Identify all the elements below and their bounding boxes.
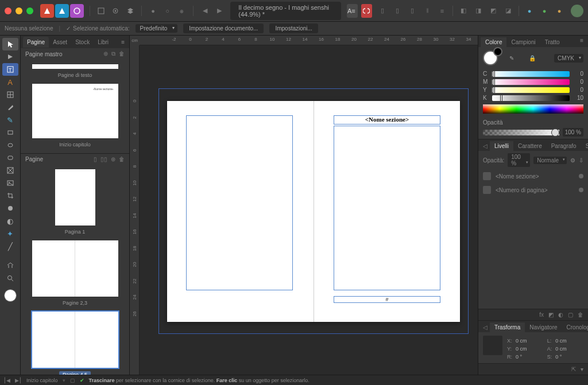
transform-s[interactable]: 0 °	[555, 354, 583, 360]
user-avatar[interactable]	[571, 5, 583, 17]
fill-tool[interactable]	[2, 202, 18, 215]
color-picker-tool[interactable]: ✦	[2, 227, 18, 240]
document-setup-button[interactable]: Impostazione documento...	[183, 24, 264, 33]
artistic-text-tool[interactable]: A	[2, 76, 18, 88]
gear-icon[interactable]	[110, 4, 121, 18]
delete-layer-icon[interactable]: 🗑	[578, 312, 583, 318]
color-well[interactable]	[4, 289, 17, 302]
affinity-publisher-icon[interactable]	[40, 4, 54, 18]
layers-icon[interactable]	[125, 4, 136, 18]
table-tool[interactable]	[2, 88, 18, 101]
nav-first-icon[interactable]: ⎮◀	[3, 378, 10, 383]
align-left-icon[interactable]: ▯	[376, 4, 389, 18]
ellipse-tool[interactable]	[2, 139, 18, 151]
tab-transform[interactable]: Trasforma	[490, 322, 525, 332]
tab-stroke[interactable]: Tratto	[540, 37, 564, 47]
arrange-4-icon[interactable]: ◪	[501, 4, 515, 18]
arrange-1-icon[interactable]: ◧	[457, 4, 470, 18]
nav-prev-icon[interactable]: ◀	[199, 4, 210, 18]
ruler-unit[interactable]: cm	[130, 36, 140, 45]
tab-layers[interactable]: Livelli	[490, 141, 513, 151]
add-master-icon[interactable]: ⊕	[103, 50, 108, 57]
distribute-h-icon[interactable]: ⫴	[420, 4, 434, 18]
tab-asset[interactable]: Asset	[49, 37, 71, 48]
pencil-tool[interactable]: ✎	[2, 114, 18, 126]
text-frame-tool[interactable]: T	[2, 63, 18, 76]
snapping-icon[interactable]	[361, 4, 372, 18]
delete-master-icon[interactable]: 🗑	[119, 50, 125, 57]
adjustment-icon[interactable]: ◐	[558, 312, 563, 318]
lock-icon[interactable]: 🔒	[529, 55, 536, 61]
align-center-icon[interactable]: ▯	[390, 4, 404, 18]
layer-item-pagenum[interactable]: <Numero di pagina>	[478, 183, 588, 197]
anchor-icon[interactable]: ⎈	[176, 4, 187, 18]
fx-icon[interactable]: fx	[539, 312, 544, 318]
page-thumb-23[interactable]	[32, 240, 118, 297]
view-tool[interactable]	[2, 259, 18, 272]
layers-collapse-icon[interactable]: ◁	[481, 141, 490, 151]
place-image-tool[interactable]	[2, 177, 18, 189]
rounded-rect-tool[interactable]	[2, 151, 18, 164]
canvas[interactable]: cm -202468101214161820222426283032343638…	[130, 36, 478, 375]
preflight-icon[interactable]: ▢	[70, 378, 75, 383]
color-spectrum[interactable]	[483, 104, 583, 114]
blend-mode-dropdown[interactable]: Normale	[533, 157, 567, 164]
align-right-icon[interactable]: ▯	[405, 4, 419, 18]
transform-y[interactable]: 0 cm	[516, 346, 544, 352]
yellow-slider[interactable]	[492, 87, 570, 93]
transparency-tool[interactable]: ◐	[2, 215, 18, 227]
rectangle-tool[interactable]	[2, 126, 18, 139]
toggle-1-icon[interactable]: ●	[148, 4, 158, 18]
panel-menu-icon[interactable]: ≡	[119, 39, 127, 45]
duplicate-master-icon[interactable]: ⧉	[111, 50, 115, 57]
single-page-icon[interactable]: ▯	[94, 156, 97, 162]
stroke-color-well[interactable]	[493, 47, 502, 56]
tab-pages[interactable]: Pagine	[23, 37, 49, 48]
tab-paragraph[interactable]: Paragrafo	[547, 141, 581, 151]
move-tool[interactable]	[2, 38, 18, 50]
tab-history[interactable]: Cronologia	[562, 322, 588, 332]
transform-r[interactable]: 0 °	[516, 354, 544, 360]
cyan-slider[interactable]	[492, 71, 570, 77]
pen-tool[interactable]	[2, 101, 18, 114]
persona-3-icon[interactable]: ●	[552, 4, 566, 18]
zoom-tool[interactable]	[2, 272, 18, 285]
vector-crop-tool[interactable]	[2, 189, 18, 202]
delete-page-icon[interactable]: 🗑	[119, 156, 125, 162]
layer-visibility-icon[interactable]	[579, 174, 583, 178]
arrange-2-icon[interactable]: ◨	[471, 4, 485, 18]
close-window-icon[interactable]	[5, 7, 11, 14]
tab-sit[interactable]: Sit	[581, 141, 588, 151]
page-number-frame[interactable]: #	[334, 296, 440, 303]
nav-next-icon[interactable]: ▶	[214, 4, 225, 18]
text-frame-left[interactable]	[186, 115, 293, 290]
page-thumb-45[interactable]	[32, 312, 118, 368]
add-layer-icon[interactable]: ▢	[568, 312, 573, 318]
link-dimensions-icon[interactable]: ⇱	[571, 366, 576, 372]
tab-swatches[interactable]: Campioni	[506, 37, 540, 47]
color-panel-menu-icon[interactable]: ≡	[578, 37, 586, 47]
master-thumb-text[interactable]	[32, 64, 118, 69]
black-slider[interactable]	[492, 95, 570, 101]
settings-button[interactable]: Impostazioni...	[269, 24, 318, 33]
color-mode-dropdown[interactable]: CMYK	[554, 54, 583, 63]
layer-opacity-dropdown[interactable]: 100 %	[508, 153, 530, 167]
page-thumb-1[interactable]	[55, 169, 95, 225]
section-name-frame[interactable]: <Nome sezione>	[334, 115, 440, 125]
tab-navigator[interactable]: Navigatore	[525, 322, 562, 332]
preset-dropdown[interactable]: Predefinito	[136, 24, 178, 33]
magenta-slider[interactable]	[492, 79, 570, 85]
tab-character[interactable]: Carattere	[513, 141, 547, 151]
brush-tool[interactable]: ╱	[2, 240, 18, 252]
mask-icon[interactable]: ◩	[548, 312, 554, 318]
persona-1-icon[interactable]: ●	[523, 4, 536, 18]
anchor-selector[interactable]	[483, 336, 502, 355]
eyedropper-icon[interactable]: ✎	[509, 55, 514, 61]
transform-menu-icon[interactable]: ▾	[581, 366, 583, 372]
layer-item-section[interactable]: <Nome sezione>	[478, 169, 588, 183]
opacity-slider[interactable]	[483, 130, 559, 135]
transform-x[interactable]: 0 cm	[516, 338, 544, 344]
arrange-3-icon[interactable]: ◩	[486, 4, 500, 18]
transform-h[interactable]: 0 cm	[555, 346, 583, 352]
nav-last-icon[interactable]: ▶⎮	[15, 378, 22, 383]
